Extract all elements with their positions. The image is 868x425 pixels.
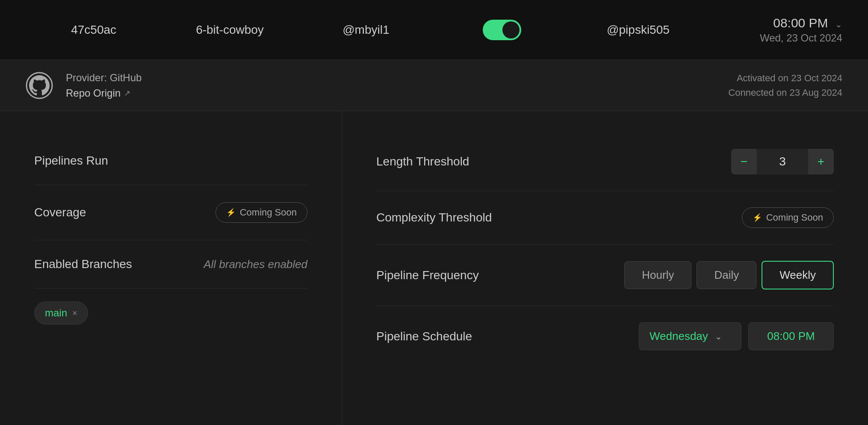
repo-info: Provider: GitHub Repo Origin ↗ xyxy=(66,72,142,99)
main-content: Pipelines Run Coverage ⚡ Coming Soon Ena… xyxy=(0,111,868,425)
schedule-controls: Wednesday ⌄ 08:00 PM xyxy=(639,322,834,350)
provider-label: Provider: GitHub xyxy=(66,72,142,84)
length-increment-button[interactable]: + xyxy=(808,149,834,174)
length-value: 3 xyxy=(757,149,808,174)
user-handle: @mbyil1 xyxy=(298,23,434,37)
toggle-knob xyxy=(502,21,520,38)
coverage-row: Coverage ⚡ Coming Soon xyxy=(34,185,307,240)
enabled-branches-row: Enabled Branches All branches enabled xyxy=(34,240,307,289)
github-icon xyxy=(26,72,53,99)
length-threshold-row: Length Threshold − 3 + xyxy=(376,133,834,191)
coverage-coming-soon-text: Coming Soon xyxy=(240,207,297,218)
repo-name: 6-bit-cowboy xyxy=(162,23,298,37)
pipeline-frequency-label: Pipeline Frequency xyxy=(376,269,539,282)
complexity-coming-soon-icon: ⚡ xyxy=(753,213,762,222)
schedule-time-display: 08:00 PM xyxy=(748,322,834,350)
coverage-label: Coverage xyxy=(34,206,171,219)
schedule-day-value: Wednesday xyxy=(650,330,708,343)
branch-tag-main-close[interactable]: × xyxy=(72,308,77,318)
right-panel: Length Threshold − 3 + Complexity Thresh… xyxy=(342,111,868,425)
activated-date: Activated on 23 Oct 2024 xyxy=(728,73,842,84)
coverage-coming-soon-icon: ⚡ xyxy=(226,208,236,217)
branch-tags-container: main × xyxy=(34,289,307,329)
schedule-day-select[interactable]: Wednesday ⌄ xyxy=(639,322,741,350)
complexity-coming-soon-badge: ⚡ Coming Soon xyxy=(742,207,834,228)
repo-origin-link[interactable]: Repo Origin ↗ xyxy=(66,87,142,99)
active-toggle[interactable] xyxy=(483,20,521,40)
reviewer-handle: @pipski505 xyxy=(570,23,706,37)
external-link-icon: ↗ xyxy=(124,89,130,98)
frequency-daily-button[interactable]: Daily xyxy=(697,261,756,289)
top-bar: 47c50ac 6-bit-cowboy @mbyil1 @pipski505 … xyxy=(0,0,868,60)
branch-tag-main[interactable]: main × xyxy=(34,301,88,325)
repo-header: Provider: GitHub Repo Origin ↗ Activated… xyxy=(0,60,868,111)
time-chevron-icon[interactable]: ⌄ xyxy=(835,19,842,30)
coverage-coming-soon-badge: ⚡ Coming Soon xyxy=(216,202,307,223)
complexity-coming-soon-text: Coming Soon xyxy=(766,212,823,223)
complexity-threshold-label: Complexity Threshold xyxy=(376,211,539,224)
length-decrement-button[interactable]: − xyxy=(731,149,757,174)
branches-value: All branches enabled xyxy=(204,258,307,271)
schedule-day-chevron-icon: ⌄ xyxy=(715,331,722,342)
frequency-hourly-button[interactable]: Hourly xyxy=(624,261,691,289)
pipeline-frequency-row: Pipeline Frequency Hourly Daily Weekly xyxy=(376,245,834,306)
length-threshold-control: − 3 + xyxy=(731,149,834,174)
branch-tag-main-label: main xyxy=(45,307,67,319)
toggle-container xyxy=(434,20,570,40)
commit-id: 47c50ac xyxy=(26,23,162,37)
complexity-threshold-row: Complexity Threshold ⚡ Coming Soon xyxy=(376,191,834,245)
current-time: 08:00 PM ⌄ xyxy=(773,16,842,30)
pipelines-run-row: Pipelines Run xyxy=(34,137,307,185)
length-threshold-label: Length Threshold xyxy=(376,155,539,168)
frequency-weekly-button[interactable]: Weekly xyxy=(762,261,834,289)
frequency-buttons: Hourly Daily Weekly xyxy=(624,261,834,289)
pipeline-schedule-row: Pipeline Schedule Wednesday ⌄ 08:00 PM xyxy=(376,306,834,366)
connected-date: Connected on 23 Aug 2024 xyxy=(728,87,842,98)
current-date: Wed, 23 Oct 2024 xyxy=(760,32,842,44)
time-display: 08:00 PM ⌄ Wed, 23 Oct 2024 xyxy=(706,16,842,44)
left-panel: Pipelines Run Coverage ⚡ Coming Soon Ena… xyxy=(0,111,342,425)
repo-dates: Activated on 23 Oct 2024 Connected on 23… xyxy=(728,73,842,98)
length-stepper: − 3 + xyxy=(731,149,834,174)
pipelines-run-label: Pipelines Run xyxy=(34,154,171,168)
enabled-branches-label: Enabled Branches xyxy=(34,257,171,271)
pipeline-schedule-label: Pipeline Schedule xyxy=(376,330,539,343)
complexity-threshold-control: ⚡ Coming Soon xyxy=(742,207,834,228)
